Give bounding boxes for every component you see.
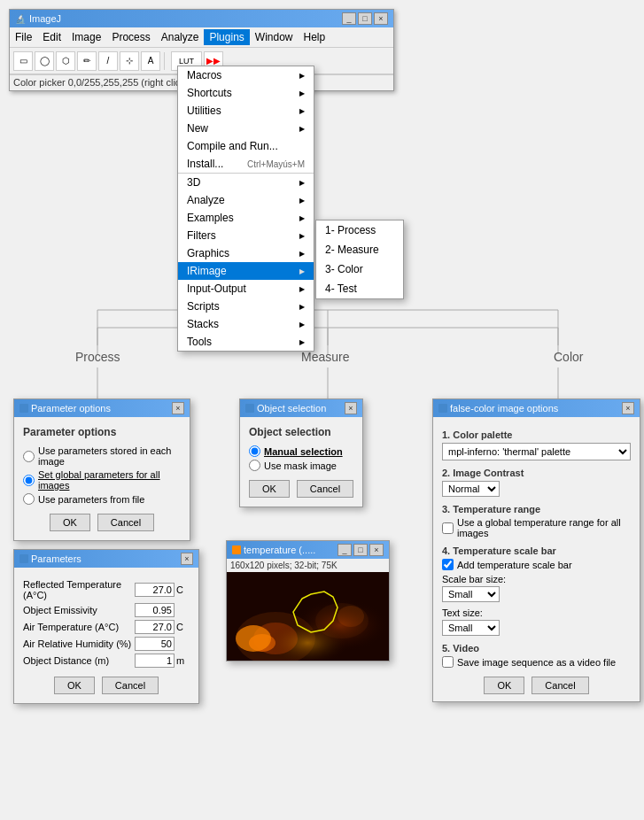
menu-analyze[interactable]: Analyze bbox=[156, 29, 205, 45]
param-input-emissivity[interactable] bbox=[135, 603, 175, 617]
false-color-cancel[interactable]: Cancel bbox=[531, 677, 588, 694]
temp-range-checkbox[interactable] bbox=[442, 522, 454, 534]
menu-plugins[interactable]: Plugins bbox=[204, 29, 249, 45]
tool-arrow[interactable]: A bbox=[141, 51, 160, 71]
menu-image[interactable]: Image bbox=[66, 29, 106, 45]
tool-oval[interactable]: ◯ bbox=[35, 51, 54, 71]
param-options-buttons: OK Cancel bbox=[23, 514, 181, 531]
parameters-ok[interactable]: OK bbox=[54, 677, 95, 694]
menu-graphics[interactable]: Graphics▶ bbox=[178, 244, 314, 262]
param-input-reflected[interactable] bbox=[135, 583, 175, 597]
obj-radio-input-1[interactable] bbox=[249, 445, 260, 457]
false-color-ok[interactable]: OK bbox=[484, 677, 524, 694]
image-contrast-select[interactable]: Normal bbox=[442, 481, 500, 497]
obj-selection-ok[interactable]: OK bbox=[249, 480, 290, 498]
obj-selection-close[interactable]: × bbox=[345, 402, 357, 414]
thermal-image-window: temperature (..... _ □ × 160x120 pixels;… bbox=[226, 540, 390, 661]
menu-window[interactable]: Window bbox=[250, 29, 299, 45]
submenu-color[interactable]: 3- Color bbox=[316, 259, 403, 279]
thermal-title: temperature (..... bbox=[244, 545, 315, 555]
tool-rectangle[interactable]: ▭ bbox=[13, 51, 33, 71]
thermal-close[interactable]: × bbox=[369, 544, 384, 556]
tool-multi[interactable]: ⊹ bbox=[120, 51, 139, 71]
minimize-button[interactable]: _ bbox=[342, 12, 356, 25]
tool-polygon[interactable]: ⬡ bbox=[56, 51, 75, 71]
window-controls: _ □ × bbox=[342, 12, 388, 25]
param-options-close[interactable]: × bbox=[172, 402, 184, 414]
dialog-icon bbox=[19, 404, 28, 413]
obj-radio-group: Manual selection Use mask image bbox=[249, 445, 353, 471]
close-button[interactable]: × bbox=[374, 12, 388, 25]
menu-irimage[interactable]: IRimage▶ bbox=[178, 262, 314, 280]
submenu-process[interactable]: 1- Process bbox=[316, 220, 403, 240]
menu-stacks[interactable]: Stacks▶ bbox=[178, 315, 314, 333]
param-radio-input-2[interactable] bbox=[23, 475, 35, 486]
parameters-dialog: Parameters × Reflected Temperature (A°C)… bbox=[13, 549, 199, 704]
tool-line[interactable]: / bbox=[98, 51, 118, 71]
param-row-emissivity: Object Emissivity bbox=[23, 603, 190, 617]
section-5-title: 5. Video bbox=[442, 643, 631, 654]
thermal-minimize[interactable]: _ bbox=[338, 544, 352, 556]
menu-examples[interactable]: Examples▶ bbox=[178, 209, 314, 227]
param-options-ok[interactable]: OK bbox=[50, 514, 90, 531]
scale-bar-size-label: Scale bar size: bbox=[442, 574, 631, 584]
video-checkbox[interactable] bbox=[442, 656, 454, 668]
thermal-svg bbox=[227, 572, 389, 661]
thermal-info: 160x120 pixels; 32-bit; 75K bbox=[227, 559, 389, 572]
obj-selection-title: Object selection bbox=[257, 403, 326, 414]
restore-button[interactable]: □ bbox=[358, 12, 372, 25]
parameters-cancel[interactable]: Cancel bbox=[102, 677, 159, 694]
menu-new[interactable]: New▶ bbox=[178, 120, 314, 137]
obj-selection-cancel[interactable]: Cancel bbox=[297, 480, 353, 498]
param-input-air-temp[interactable] bbox=[135, 620, 175, 634]
obj-selection-titlebar: Object selection × bbox=[240, 399, 362, 417]
false-color-content: 1. Color palette mpl-inferno: 'thermal' … bbox=[433, 417, 640, 701]
param-radio-input-1[interactable] bbox=[23, 451, 35, 462]
submenu-test[interactable]: 4- Test bbox=[316, 279, 403, 298]
menu-help[interactable]: Help bbox=[299, 29, 331, 45]
menu-macros[interactable]: Macros▶ bbox=[178, 66, 314, 84]
param-input-distance[interactable] bbox=[135, 654, 175, 668]
menu-analyze[interactable]: Analyze▶ bbox=[178, 191, 314, 209]
menu-tools[interactable]: Tools▶ bbox=[178, 333, 314, 351]
menu-edit[interactable]: Edit bbox=[37, 29, 66, 45]
text-size-select[interactable]: Small Medium Large bbox=[442, 620, 500, 636]
menu-filters[interactable]: Filters▶ bbox=[178, 227, 314, 244]
menu-3d[interactable]: 3D▶ bbox=[178, 173, 314, 191]
param-options-heading: Parameter options bbox=[23, 426, 181, 438]
parameters-title: Parameters bbox=[31, 553, 81, 564]
menu-compile[interactable]: Compile and Run... bbox=[178, 137, 314, 155]
color-palette-select[interactable]: mpl-inferno: 'thermal' palette bbox=[442, 443, 631, 460]
thermal-restore[interactable]: □ bbox=[353, 544, 368, 556]
menu-install[interactable]: Install...Ctrl+Mayús+M bbox=[178, 155, 314, 173]
scale-bar-size-select[interactable]: Small Medium Large bbox=[442, 586, 500, 602]
menu-process[interactable]: Process bbox=[106, 29, 155, 45]
param-row-humidity: Air Relative Humidity (%) bbox=[23, 637, 190, 651]
video-checkbox-item: Save image sequence as a video file bbox=[442, 656, 631, 668]
thermal-titlebar: temperature (..... _ □ × bbox=[227, 541, 389, 559]
param-row-air-temp: Air Temperature (A°C) C bbox=[23, 620, 190, 634]
submenu-measure[interactable]: 2- Measure bbox=[316, 240, 403, 259]
label-color: Color bbox=[554, 350, 583, 364]
param-options-title: Parameter options bbox=[31, 403, 111, 414]
obj-selection-heading: Object selection bbox=[249, 426, 353, 438]
scale-bar-checkbox[interactable] bbox=[442, 559, 454, 570]
thermal-image bbox=[227, 572, 389, 661]
menu-input-output[interactable]: Input-Output▶ bbox=[178, 280, 314, 298]
menu-utilities[interactable]: Utilities▶ bbox=[178, 102, 314, 120]
false-color-close[interactable]: × bbox=[622, 402, 634, 414]
param-input-humidity[interactable] bbox=[135, 637, 175, 651]
menu-shortcuts[interactable]: Shortcuts▶ bbox=[178, 84, 314, 102]
param-options-cancel[interactable]: Cancel bbox=[97, 514, 154, 531]
parameters-buttons: OK Cancel bbox=[23, 677, 190, 694]
obj-radio-input-2[interactable] bbox=[249, 460, 260, 471]
svg-rect-21 bbox=[227, 572, 389, 661]
parameters-close[interactable]: × bbox=[181, 553, 193, 565]
tool-freehand[interactable]: ✏ bbox=[77, 51, 97, 71]
menu-file[interactable]: File bbox=[10, 29, 37, 45]
param-radio-input-3[interactable] bbox=[23, 493, 35, 505]
text-size-label: Text size: bbox=[442, 607, 631, 618]
param-radio-3: Use parameters from file bbox=[23, 493, 181, 505]
obj-selection-buttons: OK Cancel bbox=[249, 480, 353, 498]
menu-scripts[interactable]: Scripts▶ bbox=[178, 298, 314, 315]
